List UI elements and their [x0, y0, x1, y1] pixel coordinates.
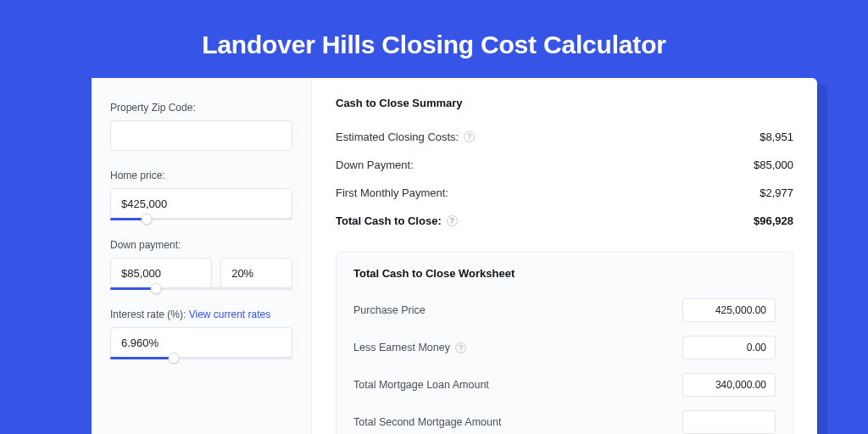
summary-row-value: $85,000	[754, 159, 793, 171]
worksheet-row-input[interactable]	[682, 298, 776, 322]
summary-row-label-text: Estimated Closing Costs:	[336, 131, 459, 143]
summary-row: Down Payment:$85,000	[336, 151, 793, 179]
summary-row-label: Down Payment:	[336, 159, 414, 171]
down-payment-field: Down payment:	[110, 239, 292, 290]
interest-rate-field: Interest rate (%): View current rates	[110, 309, 292, 359]
home-price-input[interactable]	[110, 188, 292, 219]
zip-input[interactable]	[110, 120, 292, 151]
results-panel: Cash to Close Summary Estimated Closing …	[312, 78, 817, 434]
calculator-card: Property Zip Code: Home price: Down paym…	[92, 78, 817, 434]
summary-row-value: $96,928	[754, 214, 793, 227]
zip-label: Property Zip Code:	[110, 102, 292, 114]
summary-row-label-text: Total Cash to Close:	[336, 214, 442, 227]
home-price-field: Home price:	[110, 170, 292, 220]
worksheet-row-label: Total Mortgage Loan Amount	[353, 379, 489, 391]
worksheet-row-label: Less Earnest Money?	[353, 342, 466, 353]
worksheet-row-label-text: Less Earnest Money	[353, 342, 450, 353]
worksheet-row: Less Earnest Money?	[353, 329, 776, 366]
worksheet-card: Total Cash to Close Worksheet Purchase P…	[336, 251, 793, 434]
worksheet-row-label: Purchase Price	[353, 304, 426, 316]
down-payment-label: Down payment:	[110, 239, 292, 251]
summary-block: Cash to Close Summary Estimated Closing …	[336, 97, 793, 241]
summary-row-label: Total Cash to Close:?	[336, 214, 458, 227]
interest-rate-slider-fill	[110, 357, 174, 359]
help-icon[interactable]: ?	[455, 342, 466, 353]
worksheet-row-label-text: Total Second Mortgage Amount	[353, 416, 501, 428]
summary-rows: Estimated Closing Costs:?$8,951Down Paym…	[336, 123, 793, 235]
summary-row: First Monthly Payment:$2,977	[336, 179, 793, 207]
worksheet-row: Purchase Price	[353, 292, 776, 329]
summary-row-label: First Monthly Payment:	[336, 186, 448, 199]
worksheet-row-input[interactable]	[682, 373, 776, 397]
summary-title: Cash to Close Summary	[336, 97, 793, 109]
summary-row-label-text: First Monthly Payment:	[336, 186, 448, 199]
page-root: Landover Hills Closing Cost Calculator P…	[0, 0, 868, 434]
summary-row-value: $8,951	[760, 131, 793, 143]
down-payment-slider-thumb[interactable]	[150, 283, 161, 294]
summary-row-value: $2,977	[760, 186, 793, 199]
worksheet-rows: Purchase PriceLess Earnest Money?Total M…	[353, 292, 776, 434]
zip-field: Property Zip Code:	[110, 102, 292, 151]
interest-rate-slider-thumb[interactable]	[169, 353, 180, 364]
columns: Property Zip Code: Home price: Down paym…	[92, 78, 817, 434]
down-payment-pct-input[interactable]	[220, 258, 292, 288]
help-icon[interactable]: ?	[447, 215, 458, 226]
summary-row-label: Estimated Closing Costs:?	[336, 131, 475, 143]
home-price-label: Home price:	[110, 170, 292, 181]
worksheet-row-label-text: Total Mortgage Loan Amount	[353, 379, 489, 391]
help-icon[interactable]: ?	[464, 131, 475, 142]
inputs-panel: Property Zip Code: Home price: Down paym…	[92, 78, 312, 434]
down-payment-slider-fill	[110, 287, 156, 290]
summary-row: Total Cash to Close:?$96,928	[336, 207, 793, 235]
interest-rate-input[interactable]	[110, 327, 292, 358]
home-price-slider[interactable]	[110, 218, 292, 220]
page-title: Landover Hills Closing Cost Calculator	[0, 0, 868, 59]
home-price-slider-thumb[interactable]	[142, 214, 153, 225]
interest-rate-label-text: Interest rate (%):	[110, 309, 189, 320]
summary-row-label-text: Down Payment:	[336, 159, 414, 171]
summary-row: Estimated Closing Costs:?$8,951	[336, 123, 793, 151]
worksheet-row-input[interactable]	[682, 336, 776, 359]
worksheet-title: Total Cash to Close Worksheet	[353, 267, 776, 280]
view-current-rates-link[interactable]: View current rates	[189, 309, 271, 320]
worksheet-row: Total Second Mortgage Amount	[353, 403, 776, 434]
worksheet-row-label: Total Second Mortgage Amount	[353, 416, 501, 428]
worksheet-row-label-text: Purchase Price	[353, 304, 426, 316]
interest-rate-label: Interest rate (%): View current rates	[110, 309, 292, 320]
worksheet-row-input[interactable]	[682, 410, 776, 434]
interest-rate-slider[interactable]	[110, 357, 292, 359]
down-payment-slider[interactable]	[110, 287, 292, 290]
down-payment-input[interactable]	[110, 258, 212, 288]
worksheet-row: Total Mortgage Loan Amount	[353, 366, 776, 403]
